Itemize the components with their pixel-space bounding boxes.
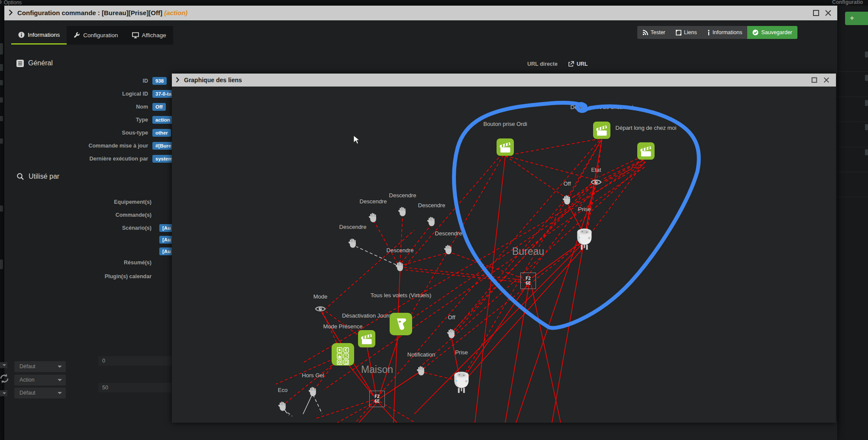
info-icon [707,30,710,35]
button-label: Liens [684,29,697,35]
usedby-row: Scénario(s)[Au[Au[Au [53,224,174,233]
url-button[interactable]: URL [568,61,588,67]
usedby-row: Commande(s) [53,211,174,220]
row-icon [865,51,868,58]
background-fragment [0,64,3,71]
list-icon [16,60,24,67]
tab-affichage[interactable]: Affichage [125,26,173,45]
row-icon [865,149,868,155]
search-icon [16,173,24,180]
options-label: Options [4,0,22,6]
action-buttons: TesterLiensInformationsSauvegarder [637,26,797,39]
tester-button[interactable]: Tester [637,26,671,39]
url-directe-label: URL directe [527,61,558,67]
button-label: Tester [651,29,665,35]
field-row: Sous-typeother [53,129,174,138]
field-value[interactable]: Off [152,103,166,111]
number-input[interactable]: 50 [98,383,173,392]
field-row: Logical ID37-0-ta [53,90,174,99]
tab-bar: InformationsConfigurationAffichage [11,26,173,45]
links-icon [676,30,681,35]
link-graph-canvas[interactable]: Bouton prise OrdiDépart court de chez mo… [172,87,836,423]
select-action[interactable]: Action [14,375,66,385]
field-value[interactable]: action [152,116,173,124]
link-graph-window: Graphique des liens Bouton prise OrdiDép… [172,74,836,423]
number-input[interactable]: 0 [98,356,173,366]
field-row: Dernière exécution parsystem [53,155,174,164]
close-button[interactable] [824,9,832,17]
field-row: ID938 [53,77,174,86]
graph-maximize-button[interactable] [811,77,819,84]
field-label: ID [53,78,148,84]
tab-label: Configuration [83,32,118,39]
graph-close-button[interactable] [823,77,831,84]
window-title: Configuration commande : [Bureau][Prise]… [17,9,162,16]
usedby-label: Plugin(s) calendar [56,273,152,279]
chevron-down-icon [58,392,62,394]
annotation-circle [172,87,836,423]
external-link-icon [568,61,574,67]
usedby-row: Plugin(s) calendar [53,273,174,281]
chevron-right-icon [176,77,179,83]
chevron-down-icon [58,379,62,381]
field-label: Commande mise à jour [53,143,148,149]
usedby-label: Résumé(s) [56,260,152,266]
background-fragment [0,116,3,121]
select-stub[interactable] [0,362,7,368]
select-value: Défaut [19,390,35,396]
chevron-down-icon [58,366,62,368]
field-value[interactable]: #[Bure [152,142,174,150]
button-label: Sauvegarder [761,29,792,35]
gear-icon: ⚙ [0,0,2,5]
add-button[interactable]: + [845,12,868,25]
background-fragment [0,260,3,269]
background-config-label: Configuratio [832,0,863,5]
liens-button[interactable]: Liens [671,26,702,39]
usedby-label: Commande(s) [56,212,152,218]
tab-configuration[interactable]: Configuration [67,26,125,45]
tab-informations[interactable]: Informations [11,26,67,45]
field-row: Commande mise à jour#[Bure [53,142,174,151]
select-défaut[interactable]: Défaut [14,388,66,398]
command-config-titlebar[interactable]: Configuration commande : [Bureau][Prise]… [4,6,837,20]
field-row: NomOff [53,103,174,112]
select-stub[interactable] [0,390,7,396]
background-fragment [0,97,3,103]
usedby-label: Equipement(s) [56,199,152,205]
field-label: Sous-type [53,130,148,136]
monitor-icon [132,32,139,39]
background-topbar: ⚙ Options Configuratio [0,0,868,6]
background-fragment [0,138,3,144]
info-circle-icon [18,32,25,38]
row-icon [865,124,868,130]
field-value[interactable]: 37-0-ta [152,90,174,98]
action-type-badge: (action) [164,9,187,16]
select-value: Action [19,377,35,383]
section-general: Général [16,59,53,67]
section-used-by: Utilisé par [16,173,59,180]
background-fragment [0,80,3,85]
row-icon [865,100,868,106]
check-circle-icon [752,29,758,35]
wrench-icon [74,32,80,39]
informations-button[interactable]: Informations [702,26,748,39]
rss-icon [642,30,648,35]
field-row: Typeaction [53,116,174,125]
mouse-cursor [353,135,360,145]
field-label: Type [53,117,148,123]
refresh-icon[interactable] [0,373,10,385]
select-défaut[interactable]: Défaut [14,361,66,372]
chevron-right-icon [9,10,13,16]
usedby-label: Scénario(s) [56,225,152,231]
save-button[interactable]: Sauvegarder [747,26,797,39]
button-label: Informations [713,29,742,35]
link-graph-titlebar[interactable]: Graphique des liens [172,74,836,87]
select-value: Défaut [19,363,35,369]
field-value[interactable]: 938 [152,77,167,85]
field-label: Logical ID [53,91,148,97]
row-icon [865,75,868,81]
maximize-button[interactable] [812,9,820,17]
background-right-panel: + [837,6,868,440]
field-value[interactable]: other [152,129,171,137]
usedby-row: Résumé(s) [53,259,174,267]
